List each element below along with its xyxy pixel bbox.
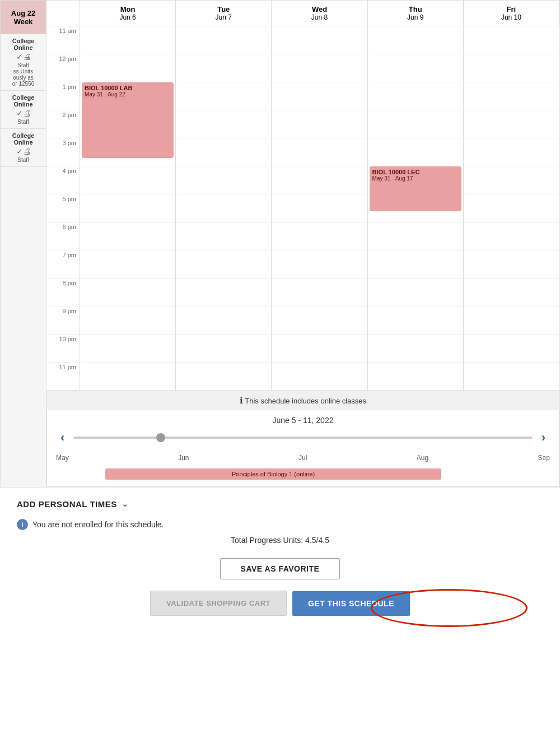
validate-shopping-cart-button[interactable]: VALIDATE SHOPPING CART [150,591,287,616]
sidebar-entry-1-sub: Staff [3,62,44,68]
header-day-wed: Wed Jun 8 [272,1,367,26]
sidebar-entry-3-icons: ✓🖨 [3,147,44,156]
time-12pm: 12 pm [46,54,80,82]
time-3pm: 3 pm [46,138,80,166]
info-icon: ℹ [240,396,243,405]
day-col-fri [464,26,559,391]
timeline-month-may: May [56,454,69,462]
header-day-fri: Fri Jun 10 [464,1,559,26]
timeline-month-jun: Jun [178,454,189,462]
time-8pm: 8 pm [46,278,80,307]
timeline-track[interactable] [73,437,532,439]
time-7pm: 7 pm [46,250,80,278]
timeline-date-label: June 5 - 11, 2022 [56,416,550,425]
time-1pm: 1 pm [46,82,80,110]
calendar-body: 11 am 12 pm 1 pm 2 pm 3 pm 4 pm 5 pm 6 p… [46,26,559,391]
calendar-main: Mon Jun 6 Tue Jun 7 Wed Jun 8 Thu Jun 9 … [46,1,559,487]
sidebar: Aug 22 Week CollegeOnline ✓🖨 Staff ss Un… [1,1,46,487]
info-circle-icon: i [17,519,28,530]
timeline-thumb[interactable] [156,433,165,442]
sidebar-entry-1: CollegeOnline ✓🖨 Staff ss Units ously as… [1,34,46,91]
timeline-bar: Principles of Biology 1 (online) [105,468,441,480]
time-2pm: 2 pm [46,110,80,138]
timeline-controls: ‹ › [56,429,550,446]
timeline-bar-row: Principles of Biology 1 (online) [56,466,550,486]
timeline-bar-label: Principles of Biology 1 (online) [232,471,315,477]
timeline-next-arrow[interactable]: › [537,429,550,446]
time-11pm: 11 pm [46,363,80,391]
timeline-month-jul: Jul [298,454,307,462]
time-9pm: 9 pm [46,307,80,335]
event-biol-lab-title: BIOL 10000 LAB [85,85,171,91]
sidebar-entry-3: CollegeOnline ✓🖨 Staff [1,129,46,167]
time-10pm: 10 pm [46,335,80,363]
time-11am: 11 am [46,26,80,54]
total-progress: Total Progress Units: 4.5/4.5 [17,536,543,545]
event-biol-lec-dates: May 31 - Aug 17 [372,175,459,182]
day-col-tue [176,26,272,391]
sidebar-entry-1-extra3: or 12550 [3,81,44,87]
add-personal-times-row[interactable]: ADD PERSONAL TIMES ⌄ [17,499,543,509]
event-biol-lab[interactable]: BIOL 10000 LAB May 31 - Aug 22 [82,82,174,158]
time-6pm: 6 pm [46,222,80,250]
calendar-header: Mon Jun 6 Tue Jun 7 Wed Jun 8 Thu Jun 9 … [46,1,559,26]
timeline-month-aug: Aug [417,454,428,462]
time-4pm: 4 pm [46,166,80,194]
below-section: ADD PERSONAL TIMES ⌄ i You are not enrol… [0,488,560,644]
event-biol-lec-title: BIOL 10000 LEC [372,169,459,175]
day-col-wed [272,26,367,391]
sidebar-entry-1-title: CollegeOnline [3,38,44,51]
day-col-mon: BIOL 10000 LAB May 31 - Aug 22 [80,26,176,391]
timeline-prev-arrow[interactable]: ‹ [56,429,69,446]
sidebar-entry-1-extra2: ously as [3,75,44,81]
bottom-actions: VALIDATE SHOPPING CART GET THIS SCHEDULE [17,591,543,633]
sidebar-entry-1-icons: ✓🖨 [3,52,44,61]
save-favorite-row: SAVE AS FAVORITE [17,558,543,579]
timeline-month-sep: Sep [538,454,550,462]
sidebar-entry-1-extra: ss Units [3,68,44,75]
calendar-footer-info: ℹ This schedule includes online classes [46,391,559,410]
time-5pm: 5 pm [46,194,80,222]
sidebar-entry-2: CollegeOnline ✓🖨 Staff [1,91,46,129]
not-enrolled-row: i You are not enrolled for this schedule… [17,519,543,530]
sidebar-entry-2-sub: Staff [3,119,44,125]
time-labels: 11 am 12 pm 1 pm 2 pm 3 pm 4 pm 5 pm 6 p… [46,26,80,391]
header-day-thu: Thu Jun 9 [368,1,464,26]
sidebar-entry-3-title: CollegeOnline [3,132,44,146]
header-day-tue: Tue Jun 7 [176,1,272,26]
sidebar-top-label: Aug 22 Week [1,1,46,34]
event-biol-lab-dates: May 31 - Aug 22 [85,91,171,98]
chevron-down-icon: ⌄ [122,499,129,509]
not-enrolled-text: You are not enrolled for this schedule. [32,520,164,529]
sidebar-entry-2-title: CollegeOnline [3,94,44,108]
header-day-mon: Mon Jun 6 [80,1,176,26]
timeline-navigator: June 5 - 11, 2022 ‹ › May Jun Jul Aug Se… [46,410,559,487]
day-col-thu: BIOL 10000 LEC May 31 - Aug 17 [368,26,464,391]
footer-info-text: This schedule includes online classes [245,397,366,405]
event-biol-lec[interactable]: BIOL 10000 LEC May 31 - Aug 17 [370,166,461,211]
timeline-months: May Jun Jul Aug Sep [56,452,550,466]
save-favorite-button[interactable]: SAVE AS FAVORITE [220,558,340,579]
sidebar-entry-3-sub: Staff [3,157,44,163]
get-schedule-button[interactable]: GET THIS SCHEDULE [292,591,410,616]
header-time-empty [46,1,80,26]
sidebar-entry-2-icons: ✓🖨 [3,109,44,118]
add-personal-times-label: ADD PERSONAL TIMES [17,499,117,509]
